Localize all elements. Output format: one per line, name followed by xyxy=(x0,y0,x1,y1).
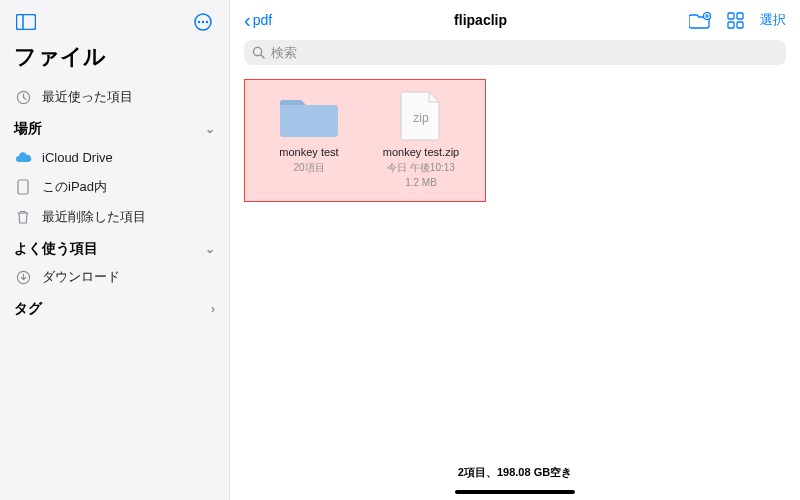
file-name: monkey test.zip xyxy=(383,146,459,159)
chevron-right-icon: › xyxy=(211,302,215,316)
sidebar-item-label: 最近削除した項目 xyxy=(42,208,146,226)
sidebar-favorites-header[interactable]: よく使う項目 ⌄ xyxy=(0,232,229,262)
tags-header-label: タグ xyxy=(14,300,42,318)
sidebar-recents-label: 最近使った項目 xyxy=(42,88,133,106)
sidebar-item-ipad[interactable]: このiPad内 xyxy=(0,172,229,202)
file-item[interactable]: zip monkey test.zip 今日 午後10:13 1.2 MB xyxy=(367,86,475,193)
sidebar-locations-header[interactable]: 場所 ⌄ xyxy=(0,112,229,142)
svg-rect-7 xyxy=(18,180,28,194)
sidebar-item-icloud[interactable]: iCloud Drive xyxy=(0,142,229,172)
folder-item[interactable]: monkey test 20項目 xyxy=(255,86,363,193)
clock-icon xyxy=(14,88,32,106)
svg-rect-12 xyxy=(728,22,734,28)
sidebar-item-label: ダウンロード xyxy=(42,268,120,286)
search-bar[interactable] xyxy=(244,40,786,65)
svg-rect-10 xyxy=(728,13,734,19)
svg-line-15 xyxy=(261,55,264,58)
search-icon xyxy=(252,46,265,59)
svg-text:zip: zip xyxy=(413,111,429,125)
sidebar-item-label: iCloud Drive xyxy=(42,150,113,165)
app-title: ファイル xyxy=(0,40,229,82)
chevron-down-icon: ⌄ xyxy=(205,242,215,256)
sidebar: ファイル 最近使った項目 場所 ⌄ iCloud Drive このiPad内 xyxy=(0,0,230,500)
sidebar-item-label: このiPad内 xyxy=(42,178,107,196)
grid-view-icon[interactable] xyxy=(727,12,744,29)
trash-icon xyxy=(14,208,32,226)
favorites-header-label: よく使う項目 xyxy=(14,240,98,258)
back-button[interactable]: ‹ pdf xyxy=(244,10,272,30)
locations-header-label: 場所 xyxy=(14,120,42,138)
folder-icon xyxy=(278,90,340,142)
more-icon[interactable] xyxy=(191,10,215,34)
svg-point-5 xyxy=(206,21,208,23)
svg-point-3 xyxy=(198,21,200,23)
search-input[interactable] xyxy=(271,45,778,60)
svg-point-4 xyxy=(202,21,204,23)
back-label: pdf xyxy=(253,12,272,28)
sidebar-recents[interactable]: 最近使った項目 xyxy=(0,82,229,112)
new-folder-icon[interactable] xyxy=(689,12,711,29)
chevron-left-icon: ‹ xyxy=(244,10,251,30)
toolbar: ‹ pdf flipaclip 選択 xyxy=(230,0,800,36)
zip-file-icon: zip xyxy=(390,90,452,142)
ipad-icon xyxy=(14,178,32,196)
file-grid: monkey test 20項目 zip monkey test.zip 今日 … xyxy=(230,75,800,459)
svg-rect-13 xyxy=(737,22,743,28)
select-button[interactable]: 選択 xyxy=(760,11,786,29)
sidebar-item-downloads[interactable]: ダウンロード xyxy=(0,262,229,292)
download-icon xyxy=(14,268,32,286)
home-indicator[interactable] xyxy=(455,490,575,494)
file-meta: 今日 午後10:13 xyxy=(387,161,455,174)
selection-highlight: monkey test 20項目 zip monkey test.zip 今日 … xyxy=(244,79,486,202)
sidebar-toggle-icon[interactable] xyxy=(14,10,38,34)
page-title: flipaclip xyxy=(272,12,689,28)
file-meta: 1.2 MB xyxy=(405,176,437,189)
main-content: ‹ pdf flipaclip 選択 xyxy=(230,0,800,500)
svg-rect-0 xyxy=(17,15,36,30)
file-meta: 20項目 xyxy=(293,161,324,174)
status-bar: 2項目、198.08 GB空き xyxy=(230,459,800,486)
svg-rect-11 xyxy=(737,13,743,19)
cloud-icon xyxy=(14,148,32,166)
sidebar-tags-header[interactable]: タグ › xyxy=(0,292,229,322)
chevron-down-icon: ⌄ xyxy=(205,122,215,136)
file-name: monkey test xyxy=(279,146,338,159)
sidebar-item-trash[interactable]: 最近削除した項目 xyxy=(0,202,229,232)
